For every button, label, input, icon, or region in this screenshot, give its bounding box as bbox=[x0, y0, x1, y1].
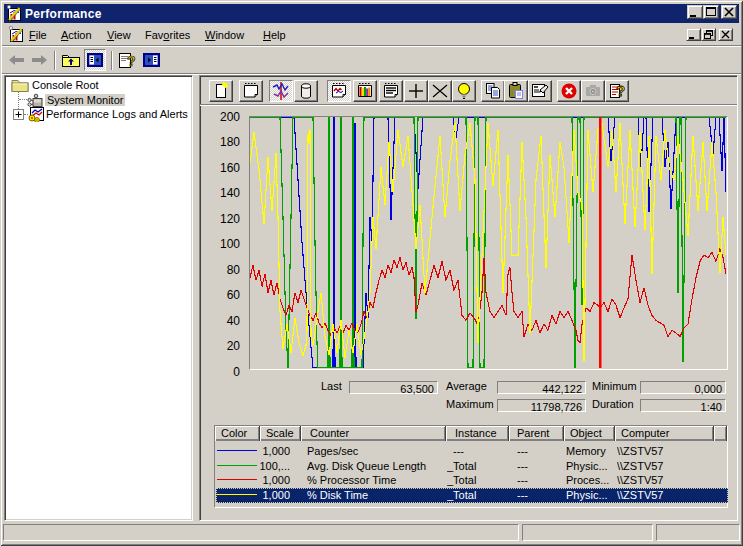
svg-text:?: ? bbox=[127, 53, 136, 69]
svg-text:?: ? bbox=[616, 82, 625, 99]
